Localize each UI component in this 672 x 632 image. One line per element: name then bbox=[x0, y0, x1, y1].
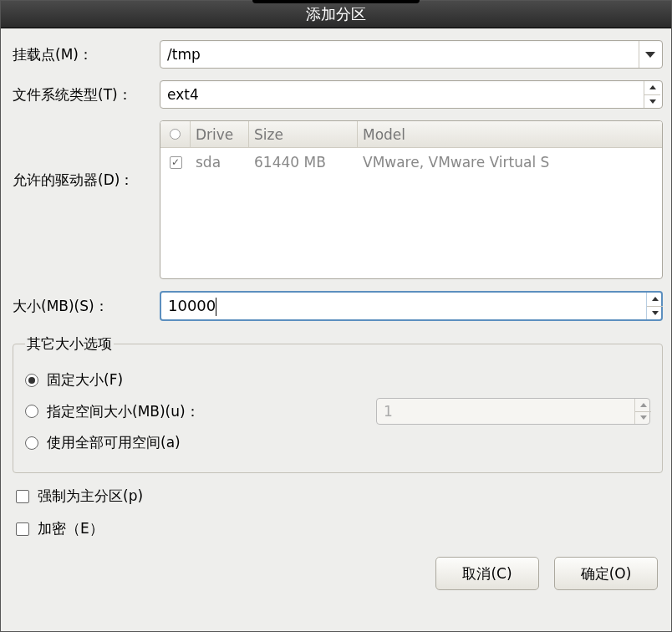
drive-row-size: 61440 MB bbox=[249, 148, 358, 176]
triangle-down-icon bbox=[649, 99, 656, 104]
fs-type-label: 文件系统类型(T)： bbox=[13, 85, 160, 104]
chevron-down-icon bbox=[645, 52, 655, 58]
specify-up-button[interactable] bbox=[635, 399, 651, 412]
checkbox-primary-row[interactable]: 强制为主分区(p) bbox=[16, 487, 663, 506]
specify-size-spin-buttons[interactable] bbox=[634, 399, 651, 424]
row-mount-point: 挂载点(M)： /tmp bbox=[13, 40, 663, 69]
dialog-title: 添加分区 bbox=[306, 5, 366, 23]
size-input[interactable]: 10000 bbox=[168, 297, 646, 316]
triangle-up-icon bbox=[652, 297, 659, 301]
fs-type-combo[interactable]: ext4 bbox=[160, 80, 663, 109]
mount-point-combo[interactable]: /tmp bbox=[160, 40, 663, 69]
add-partition-dialog: 添加分区 挂载点(M)： /tmp 文件系统类型(T)： ext4 bbox=[0, 0, 672, 632]
drive-row-checkbox[interactable]: ✓ bbox=[170, 156, 182, 169]
radio-fixed-row[interactable]: 固定大小(F) bbox=[25, 370, 650, 390]
specify-down-button[interactable] bbox=[635, 412, 651, 425]
header-select-all-icon bbox=[170, 129, 181, 140]
triangle-up-icon bbox=[649, 85, 656, 89]
mount-point-dropdown-button[interactable] bbox=[639, 41, 660, 68]
triangle-up-icon bbox=[640, 403, 647, 407]
size-spinbox[interactable]: 10000 bbox=[160, 291, 663, 321]
size-label: 大小(MB)(S)： bbox=[13, 297, 160, 316]
size-up-button[interactable] bbox=[647, 293, 663, 307]
row-size: 大小(MB)(S)： 10000 bbox=[13, 291, 663, 321]
radio-fixed[interactable] bbox=[25, 374, 38, 387]
checkbox-encrypt[interactable] bbox=[16, 522, 29, 536]
checkbox-encrypt-row[interactable]: 加密（E） bbox=[16, 519, 663, 538]
text-caret bbox=[216, 298, 216, 316]
radio-all-label: 使用全部可用空间(a) bbox=[47, 433, 181, 452]
header-checkbox-col[interactable] bbox=[160, 121, 191, 147]
triangle-down-icon bbox=[652, 311, 659, 315]
check-icon: ✓ bbox=[171, 157, 180, 167]
drives-table[interactable]: Drive Size Model ✓ sda 61440 MB VMware, … bbox=[160, 120, 663, 279]
dialog-buttons: 取消(C) 确定(O) bbox=[13, 557, 663, 590]
ok-button[interactable]: 确定(O) bbox=[554, 557, 658, 590]
header-model[interactable]: Model bbox=[358, 121, 662, 147]
checkbox-encrypt-label: 加密（E） bbox=[38, 519, 104, 538]
radio-specify[interactable] bbox=[25, 405, 38, 418]
row-fs-type: 文件系统类型(T)： ext4 bbox=[13, 80, 663, 109]
radio-fixed-label: 固定大小(F) bbox=[47, 370, 123, 390]
drives-label: 允许的驱动器(D)： bbox=[13, 120, 160, 190]
fs-type-spin-buttons[interactable] bbox=[644, 81, 660, 108]
fs-type-up-button[interactable] bbox=[644, 81, 660, 95]
drive-row-checkbox-cell[interactable]: ✓ bbox=[160, 148, 191, 176]
mount-point-value: /tmp bbox=[167, 46, 639, 63]
checkbox-primary-label: 强制为主分区(p) bbox=[38, 487, 143, 506]
size-spin-buttons[interactable] bbox=[646, 293, 663, 319]
radio-selected-icon bbox=[28, 377, 35, 384]
triangle-down-icon bbox=[640, 415, 647, 420]
radio-specify-label: 指定空间大小(MB)(u)： bbox=[47, 402, 200, 421]
radio-all-row[interactable]: 使用全部可用空间(a) bbox=[25, 433, 650, 452]
radio-all[interactable] bbox=[25, 436, 38, 450]
size-options-group: 其它大小选项 固定大小(F) 指定空间大小(MB)(u)： 1 bbox=[13, 334, 663, 473]
specify-size-spinbox[interactable]: 1 bbox=[376, 398, 650, 425]
fs-type-value: ext4 bbox=[167, 86, 644, 103]
size-down-button[interactable] bbox=[647, 307, 663, 320]
radio-specify-row[interactable]: 指定空间大小(MB)(u)： 1 bbox=[25, 398, 650, 425]
drive-row-drive: sda bbox=[191, 148, 249, 176]
titlebar: 添加分区 bbox=[1, 1, 671, 28]
checkbox-primary[interactable] bbox=[16, 490, 29, 503]
mount-point-label: 挂载点(M)： bbox=[13, 45, 160, 64]
drives-header: Drive Size Model bbox=[160, 121, 662, 148]
header-size[interactable]: Size bbox=[249, 121, 358, 147]
dialog-content: 挂载点(M)： /tmp 文件系统类型(T)： ext4 bbox=[1, 28, 671, 631]
row-drives: 允许的驱动器(D)： Drive Size Model ✓ sda 6144 bbox=[13, 120, 663, 279]
drive-row-model: VMware, VMware Virtual S bbox=[358, 148, 662, 176]
specify-size-value: 1 bbox=[384, 403, 634, 420]
fs-type-down-button[interactable] bbox=[644, 95, 660, 109]
titlebar-handle bbox=[252, 0, 420, 3]
header-drive[interactable]: Drive bbox=[191, 121, 249, 147]
size-options-legend: 其它大小选项 bbox=[25, 334, 114, 354]
drive-row[interactable]: ✓ sda 61440 MB VMware, VMware Virtual S bbox=[160, 148, 662, 176]
cancel-button[interactable]: 取消(C) bbox=[435, 557, 539, 590]
